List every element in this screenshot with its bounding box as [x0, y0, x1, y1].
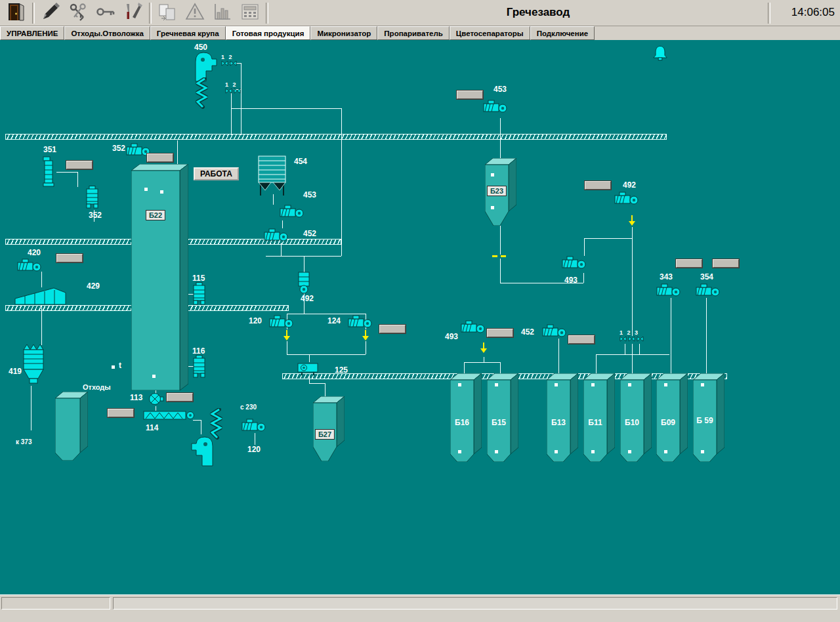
- tab-bar: УПРАВЛЕНИЕОтходы.ОтволожкаГречневая круп…: [0, 26, 840, 40]
- equipment-label: к 373: [16, 438, 32, 446]
- equipment-label: 452: [303, 230, 316, 238]
- tab-7[interactable]: Подключение: [530, 26, 595, 40]
- tab-1[interactable]: Отходы.Отволожка: [64, 26, 150, 40]
- valve-bowtie-icon[interactable]: [221, 57, 230, 68]
- machine-492-right-feeder[interactable]: [614, 190, 639, 207]
- machine-493-left-feeder[interactable]: [461, 319, 486, 336]
- tab-2[interactable]: Гречневая крупа: [150, 26, 226, 40]
- tab-3[interactable]: Готовая продукция: [226, 26, 311, 40]
- machine-453-top-feeder[interactable]: [483, 98, 508, 115]
- machine-115-machine[interactable]: [192, 282, 207, 306]
- machine-453-feeder[interactable]: [280, 203, 304, 220]
- gauge-display: [147, 154, 173, 162]
- pipe-line: [177, 140, 178, 165]
- transfer-icon: [157, 1, 178, 25]
- pipe-line: [671, 298, 671, 374]
- bin-b16-label: Б16: [455, 418, 469, 427]
- sensor-mark: [112, 365, 115, 369]
- equipment-label: Отходы: [83, 383, 111, 392]
- pipe-line: [231, 92, 232, 135]
- equipment-label: 454: [294, 157, 307, 166]
- machine-354-feeder[interactable]: [696, 282, 721, 299]
- machine-343-feeder[interactable]: [656, 282, 681, 299]
- keypad-icon: [240, 1, 261, 25]
- machine-bottom-elevator-head[interactable]: [188, 434, 218, 467]
- valve-bowtie-icon[interactable]: [230, 57, 238, 68]
- flow-arrow-icon: [362, 330, 369, 341]
- tab-0[interactable]: УПРАВЛЕНИЕ: [0, 26, 64, 40]
- toolbar-button-key[interactable]: [92, 2, 119, 24]
- sensor-mark: [160, 190, 163, 194]
- equipment-label: 120: [249, 317, 262, 325]
- toolbar-button-warning[interactable]: [181, 2, 209, 24]
- status-run-button[interactable]: РАБОТА: [194, 167, 239, 180]
- toolbar-button-transfer[interactable]: [154, 2, 181, 24]
- tools-icon: [123, 1, 144, 25]
- valve-group[interactable]: 1 2: [225, 81, 242, 94]
- valve-bowtie-icon[interactable]: [234, 85, 242, 96]
- toolbar-button-strip: [3, 1, 270, 25]
- toolbar-button-tools[interactable]: [119, 2, 147, 24]
- tab-5[interactable]: Пропариватель: [377, 26, 449, 40]
- machine-429-aspirator[interactable]: [14, 286, 68, 307]
- silo-b22[interactable]: [131, 164, 188, 390]
- toolbar-button-keys[interactable]: [64, 2, 92, 24]
- gauge-display: [66, 161, 93, 169]
- pipe-line: [558, 339, 559, 374]
- machine-c230-feeder[interactable]: [242, 417, 266, 434]
- toolbar-button-chart[interactable]: [209, 2, 236, 24]
- valve-bowtie-icon[interactable]: [637, 333, 645, 344]
- machine-351-machine[interactable]: [42, 156, 55, 188]
- alarm-bell-icon[interactable]: [652, 45, 669, 62]
- machine-116-machine[interactable]: [192, 355, 207, 379]
- tab-6[interactable]: Цветосепараторы: [450, 26, 530, 40]
- toolbar-separator: [266, 3, 268, 24]
- valve-bowtie-icon[interactable]: [620, 333, 628, 344]
- pipe-line: [639, 344, 640, 354]
- pipe-line: [41, 306, 42, 345]
- pipe-line: [484, 357, 484, 362]
- machine-120-feeder[interactable]: [269, 314, 294, 331]
- pipe-line: [341, 108, 342, 256]
- pipe-line: [241, 63, 242, 135]
- machine-113-valve[interactable]: [148, 392, 164, 406]
- pipe-line: [596, 354, 597, 374]
- machine-452-feeder[interactable]: [264, 227, 289, 244]
- toolbar: Гречезавод 14:06:05: [0, 0, 840, 26]
- equipment-label: 493: [445, 333, 458, 341]
- pipe-line: [281, 243, 282, 256]
- pipe-line: [304, 256, 304, 273]
- pipe-line: [255, 433, 255, 445]
- gauge-display: [457, 91, 483, 99]
- sensor-mark: [628, 450, 631, 453]
- waste-bin[interactable]: [55, 392, 88, 461]
- machine-352-machine[interactable]: [85, 186, 100, 209]
- valve-dash: [492, 255, 497, 257]
- tab-4[interactable]: Микронизатор: [310, 26, 377, 40]
- valve-bowtie-icon[interactable]: [225, 85, 234, 96]
- valve-group[interactable]: 1 2 3: [620, 329, 645, 342]
- pipe-line: [500, 118, 501, 160]
- machine-419-machine[interactable]: [20, 342, 49, 386]
- machine-450-chute[interactable]: [194, 77, 210, 109]
- machine-114-screw[interactable]: [143, 409, 196, 423]
- valve-group[interactable]: 1 2: [221, 54, 238, 66]
- toolbar-button-exit-door[interactable]: [3, 2, 30, 24]
- machine-493-feeder[interactable]: [562, 255, 587, 272]
- flow-arrow-icon: [480, 342, 487, 353]
- equipment-label: 450: [194, 43, 207, 52]
- machine-420-feeder[interactable]: [17, 257, 42, 274]
- machine-492-feeder[interactable]: [295, 272, 312, 294]
- toolbar-button-keypad[interactable]: [236, 2, 264, 24]
- bin-b09-label: Б09: [661, 418, 675, 427]
- machine-454-day-bin[interactable]: [257, 155, 287, 197]
- machine-124-feeder[interactable]: [348, 314, 373, 331]
- machine-125-machine[interactable]: [297, 361, 321, 377]
- pipe-line: [625, 344, 625, 354]
- pipe-line: [632, 354, 633, 374]
- toolbar-button-pen[interactable]: [37, 2, 64, 24]
- valve-bowtie-icon[interactable]: [628, 333, 637, 344]
- equipment-label: 113: [130, 394, 142, 402]
- pipe-line: [632, 227, 633, 336]
- machine-452-right-feeder[interactable]: [542, 323, 567, 340]
